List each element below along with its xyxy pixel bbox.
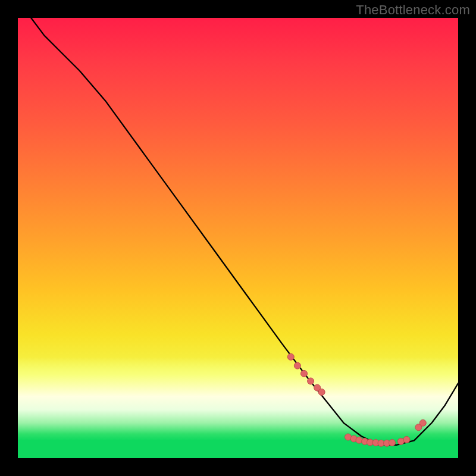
highlight-dot (318, 389, 325, 396)
highlight-dot (419, 419, 426, 426)
plot-area (18, 18, 458, 458)
highlight-dot (301, 370, 308, 377)
highlight-dots (18, 18, 458, 458)
highlight-dot (294, 362, 300, 369)
highlight-dot (389, 440, 396, 446)
highlight-dot (308, 378, 314, 384)
highlight-dot (287, 353, 294, 360)
watermark-text: TheBottleneck.com (356, 2, 470, 18)
highlight-dot (403, 436, 410, 443)
chart-frame: TheBottleneck.com (0, 0, 476, 476)
